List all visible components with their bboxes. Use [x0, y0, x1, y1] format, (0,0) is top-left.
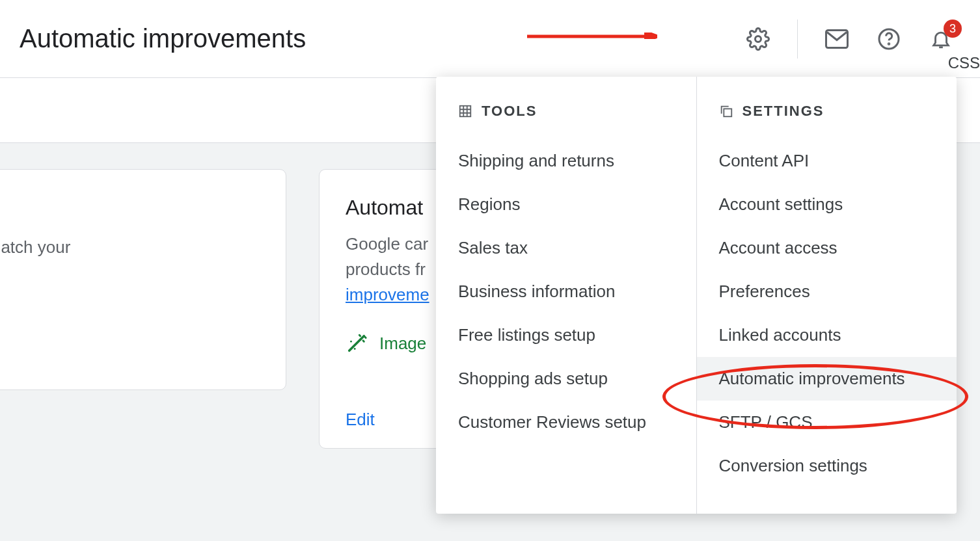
copy-icon — [719, 104, 733, 118]
menu-item-settings[interactable]: Automatic improvements — [697, 357, 957, 401]
menu-item-tools[interactable]: Sales tax — [436, 226, 696, 270]
menu-item-settings[interactable]: Content API — [697, 139, 957, 183]
menu-item-settings[interactable]: Preferences — [697, 270, 957, 313]
menu-header-settings: SETTINGS — [697, 96, 957, 139]
svg-rect-9 — [724, 109, 731, 116]
card-desc-line: products fr — [346, 259, 426, 279]
menu-header-label: TOOLS — [482, 103, 537, 120]
card-item-updates: ct details to match your em updates — [0, 169, 286, 390]
mail-icon[interactable] — [824, 26, 850, 52]
svg-point-7 — [354, 348, 356, 350]
menu-column-settings: SETTINGS Content APIAccount settingsAcco… — [697, 77, 957, 514]
page-title: Automatic improvements — [20, 24, 306, 53]
menu-item-settings[interactable]: Conversion settings — [697, 444, 957, 488]
menu-item-tools[interactable]: Shipping and returns — [436, 139, 696, 183]
menu-item-tools[interactable]: Business information — [436, 270, 696, 313]
svg-point-0 — [755, 36, 761, 42]
menu-item-settings[interactable]: Linked accounts — [697, 313, 957, 357]
card-text: ct details to match your — [0, 237, 70, 257]
menu-item-tools[interactable]: Shopping ads setup — [436, 357, 696, 401]
card-desc-line: Google car — [346, 234, 428, 254]
header-actions: 3 — [745, 20, 980, 59]
menu-item-tools[interactable]: Regions — [436, 183, 696, 226]
menu-header-tools: TOOLS — [436, 96, 696, 139]
image-status-label: Image — [379, 334, 426, 354]
menu-column-tools: TOOLS Shipping and returnsRegionsSales t… — [436, 77, 697, 514]
svg-marker-5 — [644, 33, 657, 39]
menu-item-settings[interactable]: Account settings — [697, 183, 957, 226]
edit-button[interactable]: Edit — [346, 410, 375, 430]
header: Automatic improvements — [0, 0, 980, 78]
svg-point-3 — [888, 44, 890, 45]
menu-item-settings[interactable]: Account access — [697, 226, 957, 270]
menu-item-settings[interactable]: SFTP / GCS — [697, 401, 957, 444]
notifications-icon[interactable]: 3 — [928, 26, 954, 52]
divider — [797, 20, 798, 59]
svg-point-6 — [350, 341, 352, 343]
improvements-link[interactable]: improveme — [346, 285, 429, 304]
arrow-annotation — [527, 33, 657, 39]
menu-item-tools[interactable]: Customer Reviews setup — [436, 401, 696, 444]
gear-icon[interactable] — [745, 26, 771, 52]
settings-menu: TOOLS Shipping and returnsRegionsSales t… — [436, 77, 957, 514]
css-label: CSS — [948, 54, 980, 72]
menu-item-tools[interactable]: Free listings setup — [436, 313, 696, 357]
help-icon[interactable] — [876, 26, 902, 52]
notification-badge: 3 — [944, 20, 962, 38]
magic-wand-icon — [346, 332, 368, 354]
svg-rect-8 — [460, 106, 471, 117]
grid-icon — [458, 104, 472, 118]
menu-header-label: SETTINGS — [742, 103, 824, 120]
